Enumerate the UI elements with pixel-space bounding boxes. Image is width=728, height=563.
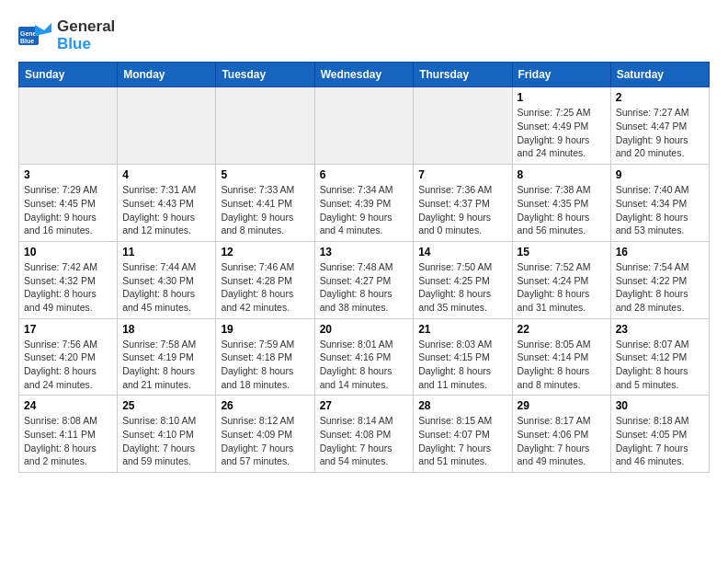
- day-number: 9: [616, 168, 704, 181]
- day-info: Sunrise: 7:42 AM Sunset: 4:32 PM Dayligh…: [24, 260, 112, 315]
- day-number: 15: [518, 246, 606, 259]
- day-info: Sunrise: 7:25 AM Sunset: 4:49 PM Dayligh…: [518, 106, 606, 160]
- day-info: Sunrise: 8:01 AM Sunset: 4:16 PM Dayligh…: [320, 338, 409, 392]
- svg-marker-3: [35, 23, 51, 36]
- day-number: 20: [320, 323, 409, 336]
- calendar-cell: 23Sunrise: 8:07 AM Sunset: 4:12 PM Dayli…: [610, 318, 709, 396]
- day-number: 28: [418, 399, 506, 412]
- day-number: 25: [122, 399, 210, 412]
- day-info: Sunrise: 8:05 AM Sunset: 4:14 PM Dayligh…: [518, 338, 606, 392]
- weekday-header-tuesday: Tuesday: [216, 63, 314, 87]
- weekday-header-wednesday: Wednesday: [314, 63, 414, 87]
- calendar-cell: 5Sunrise: 7:33 AM Sunset: 4:41 PM Daylig…: [216, 165, 314, 242]
- calendar-cell: 14Sunrise: 7:50 AM Sunset: 4:25 PM Dayli…: [414, 241, 512, 318]
- calendar-cell: [414, 87, 512, 165]
- calendar-cell: 2Sunrise: 7:27 AM Sunset: 4:47 PM Daylig…: [610, 87, 709, 165]
- day-info: Sunrise: 8:08 AM Sunset: 4:11 PM Dayligh…: [24, 414, 112, 468]
- calendar-cell: 8Sunrise: 7:38 AM Sunset: 4:35 PM Daylig…: [512, 165, 610, 242]
- day-info: Sunrise: 8:18 AM Sunset: 4:05 PM Dayligh…: [616, 414, 704, 468]
- day-info: Sunrise: 7:48 AM Sunset: 4:27 PM Dayligh…: [320, 260, 409, 315]
- day-number: 13: [320, 246, 409, 259]
- calendar-cell: 24Sunrise: 8:08 AM Sunset: 4:11 PM Dayli…: [19, 396, 118, 473]
- calendar-cell: 27Sunrise: 8:14 AM Sunset: 4:08 PM Dayli…: [314, 396, 414, 473]
- day-number: 19: [221, 323, 309, 336]
- day-info: Sunrise: 7:54 AM Sunset: 4:22 PM Dayligh…: [616, 260, 704, 315]
- logo-icon: General Blue: [18, 23, 51, 49]
- calendar-cell: 22Sunrise: 8:05 AM Sunset: 4:14 PM Dayli…: [512, 318, 610, 396]
- day-info: Sunrise: 8:12 AM Sunset: 4:09 PM Dayligh…: [221, 414, 309, 468]
- day-number: 16: [616, 246, 704, 259]
- svg-text:Blue: Blue: [20, 38, 34, 44]
- header: General Blue General Blue: [18, 18, 710, 52]
- logo: General Blue General Blue: [18, 18, 115, 52]
- day-number: 14: [418, 246, 506, 259]
- day-info: Sunrise: 7:29 AM Sunset: 4:45 PM Dayligh…: [24, 183, 112, 237]
- day-info: Sunrise: 8:15 AM Sunset: 4:07 PM Dayligh…: [418, 414, 506, 468]
- day-info: Sunrise: 8:07 AM Sunset: 4:12 PM Dayligh…: [616, 338, 704, 392]
- calendar-cell: [314, 87, 414, 165]
- day-info: Sunrise: 7:58 AM Sunset: 4:19 PM Dayligh…: [122, 338, 210, 392]
- calendar-cell: 9Sunrise: 7:40 AM Sunset: 4:34 PM Daylig…: [610, 165, 709, 242]
- day-info: Sunrise: 8:10 AM Sunset: 4:10 PM Dayligh…: [122, 414, 210, 468]
- day-info: Sunrise: 7:27 AM Sunset: 4:47 PM Dayligh…: [616, 106, 704, 160]
- calendar-cell: 28Sunrise: 8:15 AM Sunset: 4:07 PM Dayli…: [414, 396, 512, 473]
- day-number: 10: [24, 246, 112, 259]
- calendar-cell: 30Sunrise: 8:18 AM Sunset: 4:05 PM Dayli…: [610, 396, 709, 473]
- calendar-cell: [216, 87, 314, 165]
- calendar-cell: 21Sunrise: 8:03 AM Sunset: 4:15 PM Dayli…: [414, 318, 512, 396]
- calendar-cell: 11Sunrise: 7:44 AM Sunset: 4:30 PM Dayli…: [118, 241, 216, 318]
- day-info: Sunrise: 7:44 AM Sunset: 4:30 PM Dayligh…: [122, 260, 210, 315]
- day-info: Sunrise: 8:03 AM Sunset: 4:15 PM Dayligh…: [418, 338, 506, 392]
- day-info: Sunrise: 7:34 AM Sunset: 4:39 PM Dayligh…: [320, 183, 409, 237]
- weekday-header-saturday: Saturday: [610, 63, 709, 87]
- weekday-header-friday: Friday: [512, 63, 610, 87]
- day-info: Sunrise: 7:50 AM Sunset: 4:25 PM Dayligh…: [418, 260, 506, 315]
- day-number: 17: [24, 323, 112, 336]
- calendar-cell: 7Sunrise: 7:36 AM Sunset: 4:37 PM Daylig…: [414, 165, 512, 242]
- calendar-cell: [19, 87, 118, 165]
- day-info: Sunrise: 7:38 AM Sunset: 4:35 PM Dayligh…: [518, 183, 606, 237]
- day-info: Sunrise: 8:17 AM Sunset: 4:06 PM Dayligh…: [518, 414, 606, 468]
- day-info: Sunrise: 7:40 AM Sunset: 4:34 PM Dayligh…: [616, 183, 704, 237]
- calendar-cell: [118, 87, 216, 165]
- day-info: Sunrise: 7:46 AM Sunset: 4:28 PM Dayligh…: [221, 260, 309, 315]
- calendar-table: SundayMondayTuesdayWednesdayThursdayFrid…: [18, 62, 710, 473]
- day-number: 18: [122, 323, 210, 336]
- weekday-header-monday: Monday: [118, 63, 216, 87]
- calendar-cell: 20Sunrise: 8:01 AM Sunset: 4:16 PM Dayli…: [314, 318, 414, 396]
- calendar-cell: 25Sunrise: 8:10 AM Sunset: 4:10 PM Dayli…: [118, 396, 216, 473]
- calendar-cell: 16Sunrise: 7:54 AM Sunset: 4:22 PM Dayli…: [610, 241, 709, 318]
- day-number: 26: [221, 399, 309, 412]
- day-number: 12: [221, 246, 309, 259]
- weekday-header-thursday: Thursday: [414, 63, 512, 87]
- day-number: 21: [418, 323, 506, 336]
- day-number: 4: [122, 168, 210, 181]
- calendar-cell: 26Sunrise: 8:12 AM Sunset: 4:09 PM Dayli…: [216, 396, 314, 473]
- day-number: 23: [616, 323, 704, 336]
- calendar-cell: 4Sunrise: 7:31 AM Sunset: 4:43 PM Daylig…: [118, 165, 216, 242]
- day-number: 6: [320, 168, 409, 181]
- weekday-header-sunday: Sunday: [19, 63, 118, 87]
- calendar-cell: 15Sunrise: 7:52 AM Sunset: 4:24 PM Dayli…: [512, 241, 610, 318]
- calendar-cell: 13Sunrise: 7:48 AM Sunset: 4:27 PM Dayli…: [314, 241, 414, 318]
- calendar-cell: 19Sunrise: 7:59 AM Sunset: 4:18 PM Dayli…: [216, 318, 314, 396]
- day-number: 3: [24, 168, 112, 181]
- day-info: Sunrise: 8:14 AM Sunset: 4:08 PM Dayligh…: [320, 414, 409, 468]
- day-number: 27: [320, 399, 409, 412]
- day-number: 30: [616, 399, 704, 412]
- day-number: 22: [518, 323, 606, 336]
- calendar-cell: 10Sunrise: 7:42 AM Sunset: 4:32 PM Dayli…: [19, 241, 118, 318]
- day-info: Sunrise: 7:36 AM Sunset: 4:37 PM Dayligh…: [418, 183, 506, 237]
- day-number: 7: [418, 168, 506, 181]
- calendar-cell: 17Sunrise: 7:56 AM Sunset: 4:20 PM Dayli…: [19, 318, 118, 396]
- calendar-cell: 12Sunrise: 7:46 AM Sunset: 4:28 PM Dayli…: [216, 241, 314, 318]
- day-info: Sunrise: 7:59 AM Sunset: 4:18 PM Dayligh…: [221, 338, 309, 392]
- calendar-cell: 6Sunrise: 7:34 AM Sunset: 4:39 PM Daylig…: [314, 165, 414, 242]
- day-number: 8: [518, 168, 606, 181]
- calendar-cell: 3Sunrise: 7:29 AM Sunset: 4:45 PM Daylig…: [19, 165, 118, 242]
- day-info: Sunrise: 7:52 AM Sunset: 4:24 PM Dayligh…: [518, 260, 606, 315]
- day-number: 5: [221, 168, 309, 181]
- day-number: 29: [518, 399, 606, 412]
- calendar-cell: 18Sunrise: 7:58 AM Sunset: 4:19 PM Dayli…: [118, 318, 216, 396]
- calendar-cell: 1Sunrise: 7:25 AM Sunset: 4:49 PM Daylig…: [512, 87, 610, 165]
